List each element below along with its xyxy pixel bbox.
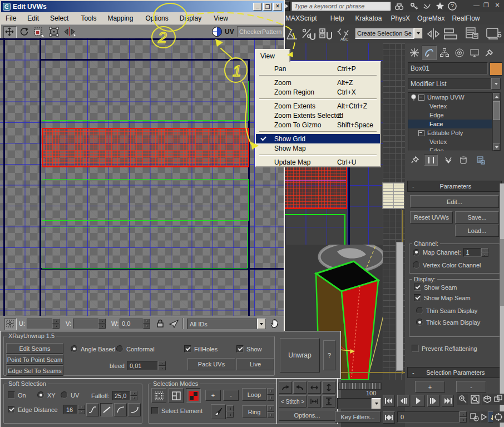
parameters-rollout-header[interactable]: -Parameters: [407, 181, 502, 192]
save-button[interactable]: Save...: [455, 211, 499, 224]
vertex-mode-button[interactable]: [151, 388, 166, 403]
edge-distance-checkbox[interactable]: [8, 406, 15, 413]
uv-shell-selected[interactable]: [42, 128, 249, 167]
menu-item-update-map[interactable]: Update MapCtrl+U: [256, 157, 380, 167]
paint-select-button[interactable]: [211, 404, 226, 419]
falloff-curve-linear-button[interactable]: [100, 403, 113, 416]
menu-item-show-grid[interactable]: Show Grid: [256, 134, 380, 143]
w-field[interactable]: 0,0: [120, 319, 143, 329]
stack-row-edge[interactable]: Edge: [408, 111, 492, 120]
ring-button[interactable]: Ring: [242, 405, 266, 418]
uv-radio[interactable]: [61, 391, 68, 399]
configure-modifier-sets-button[interactable]: [473, 155, 487, 166]
show-seam-checkbox[interactable]: [414, 284, 421, 291]
paint-spinner[interactable]: [226, 405, 234, 418]
stack-row-unwrap-uvw[interactable]: Unwrap UVW: [408, 93, 492, 102]
communication-icon[interactable]: [423, 2, 431, 11]
mirror-tool-icon[interactable]: [63, 27, 76, 37]
freeform-gizmo-icon[interactable]: [49, 27, 60, 37]
remove-modifier-button[interactable]: [456, 155, 470, 166]
uvw-maximize-button[interactable]: ❐: [263, 3, 272, 11]
tab-modify[interactable]: [422, 46, 437, 60]
move-tool-button[interactable]: [3, 26, 17, 38]
expand-box[interactable]: [418, 130, 424, 136]
rotate-icon[interactable]: [19, 27, 29, 37]
align-vertical-button[interactable]: [322, 395, 335, 408]
uv-channel-label[interactable]: UV: [225, 28, 234, 36]
pattern-dropdown[interactable]: CheckerPattern (: [237, 26, 284, 37]
tab-utilities[interactable]: [482, 46, 497, 60]
command-panel-scrollbar[interactable]: [500, 183, 504, 427]
stack-row-vertex-2[interactable]: Vertex: [408, 137, 492, 146]
uvw-menu-options[interactable]: Options: [145, 14, 168, 22]
modifier-stack-list[interactable]: Unwrap UVW Vertex Edge Face Editable Pol…: [408, 92, 492, 151]
loop-spinner[interactable]: [267, 388, 274, 401]
unwrap-button[interactable]: Unwrap: [280, 338, 320, 373]
align-icon[interactable]: [443, 27, 459, 41]
help-icon[interactable]: ?: [448, 2, 457, 11]
falloff-spinner[interactable]: [130, 391, 137, 400]
uv-shell-outline-right-top[interactable]: [284, 214, 345, 215]
zoom-button[interactable]: [457, 394, 468, 405]
falloff-field[interactable]: 25,0: [112, 391, 130, 400]
menu-ogremax[interactable]: OgreMax: [417, 14, 444, 22]
uvw-menu-view[interactable]: View: [214, 14, 228, 22]
time-slider-ticks[interactable]: [338, 383, 382, 390]
quick-transform-icon[interactable]: [168, 319, 179, 329]
v-field[interactable]: [73, 319, 98, 329]
soft-on-checkbox[interactable]: [8, 391, 15, 399]
search-input[interactable]: Type a keyword or phrase: [291, 2, 391, 11]
spinner-snap-icon[interactable]: [318, 27, 333, 41]
vertex-color-radio[interactable]: [413, 261, 420, 269]
stack-row-face[interactable]: Face: [408, 120, 492, 128]
bleed-field[interactable]: 0,01: [127, 361, 158, 370]
menu-physx[interactable]: PhysX: [391, 14, 410, 22]
main-minimize-button[interactable]: —: [473, 2, 480, 8]
key-mode-toggle-button[interactable]: [383, 411, 395, 424]
expand-box[interactable]: [418, 95, 424, 101]
key-icon[interactable]: [410, 2, 418, 11]
command-scroll-thumb[interactable]: [500, 239, 504, 306]
id-filter-arrow[interactable]: [257, 319, 266, 329]
scroll-up-button[interactable]: [493, 93, 500, 100]
make-unique-button[interactable]: [441, 155, 455, 166]
falloff-curve-slow-button[interactable]: [128, 403, 141, 416]
menu-item-show-map[interactable]: Show Map: [256, 143, 380, 153]
uvw-menu-tools[interactable]: Tools: [81, 14, 96, 22]
go-to-start-button[interactable]: [383, 395, 395, 407]
reset-uvws-button[interactable]: Reset UVWs: [410, 211, 453, 224]
xray-help-button[interactable]: ?: [323, 340, 335, 370]
ring-spinner[interactable]: [267, 405, 274, 418]
edit-seams-button[interactable]: Edit Seams: [6, 343, 63, 354]
object-name-field[interactable]: Box01: [408, 62, 488, 75]
falloff-curve-fast-button[interactable]: [114, 403, 127, 416]
falloff-curve-smooth-button[interactable]: [86, 403, 99, 416]
checker-map-icon[interactable]: [211, 26, 223, 37]
modifier-list-arrow[interactable]: [491, 78, 501, 90]
uvw-close-button[interactable]: ×: [273, 3, 282, 11]
tab-create[interactable]: [407, 46, 422, 60]
edit-button[interactable]: Edit...: [410, 195, 499, 208]
side-scrollbar[interactable]: [396, 242, 403, 371]
uvw-minimize-button[interactable]: _: [253, 3, 262, 11]
pan-icon[interactable]: [269, 318, 280, 329]
map-channel-spinner[interactable]: [481, 248, 488, 257]
edit-uvws-titlebar[interactable]: Edit UVWs _ ❐ ×: [1, 1, 284, 12]
edge-sel-to-seams-button[interactable]: Edge Sel To Seams: [6, 365, 63, 376]
load-button[interactable]: Load...: [455, 225, 499, 237]
main-maximize-button[interactable]: ❐: [483, 2, 489, 9]
uvw-menu-file[interactable]: File: [6, 14, 16, 22]
orbit-view-button[interactable]: [493, 411, 504, 423]
uv-shell-outline-3[interactable]: [42, 227, 248, 269]
map-channel-field[interactable]: 1: [463, 248, 481, 257]
named-selection-icon[interactable]: ABC: [336, 27, 352, 42]
uvw-menu-display[interactable]: Display: [180, 14, 201, 22]
angle-snap-icon[interactable]: [285, 27, 299, 41]
absolute-mode-button[interactable]: [4, 318, 17, 330]
current-frame-field[interactable]: 0: [397, 411, 459, 423]
stack-row-vertex[interactable]: Vertex: [408, 102, 492, 111]
menu-item-zoom[interactable]: ZoomAlt+Z: [256, 78, 380, 87]
layer-manager-icon[interactable]: [464, 26, 480, 41]
tab-motion[interactable]: [452, 46, 467, 60]
live-button[interactable]: Live: [236, 358, 274, 370]
